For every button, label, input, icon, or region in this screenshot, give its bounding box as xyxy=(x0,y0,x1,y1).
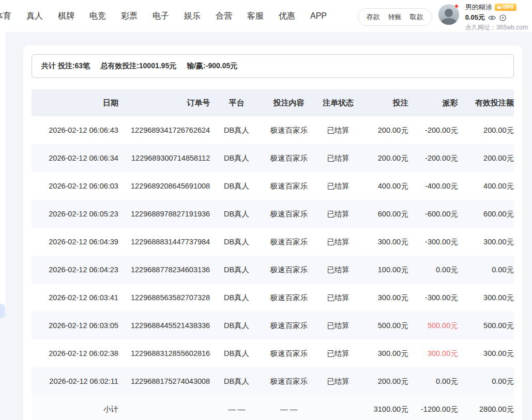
table-row[interactable]: 2026-02-12 06:03:05 1229688445521438336 … xyxy=(32,312,514,339)
table-row[interactable]: 2026-02-12 06:05:23 1229688978827191936 … xyxy=(32,200,514,228)
header-date: 日期 xyxy=(32,98,118,108)
nav-item-6[interactable]: 娱乐 xyxy=(183,9,202,24)
cell-date: 2026-02-12 06:02:38 xyxy=(32,349,118,357)
cell-bet: 400.00元 xyxy=(361,181,408,191)
withdraw-button[interactable]: 取款 xyxy=(410,12,423,22)
summary-total-bets: 共计 投注:63笔 xyxy=(41,61,90,71)
nav-item-0[interactable]: 体育 xyxy=(0,9,12,24)
cell-platform: DB真人 xyxy=(210,265,263,275)
table-row[interactable]: 2026-02-12 06:06:43 1229689341726762624 … xyxy=(32,116,514,144)
nav-item-1[interactable]: 真人 xyxy=(25,9,44,24)
top-header: 体育真人棋牌电竞彩票电子娱乐合营客服优惠APP 存款 转账 取款 男的糊涂 xyxy=(0,0,532,32)
header-order: 订单号 xyxy=(118,98,210,108)
cell-content: 极速百家乐 xyxy=(263,237,315,247)
permanent-url[interactable]: 永久网址：365wb.com xyxy=(465,23,528,32)
cell-platform: DB真人 xyxy=(210,321,263,331)
cell-platform: DB真人 xyxy=(210,153,263,163)
cell-valid: 200.00元 xyxy=(458,153,514,163)
transfer-button[interactable]: 转账 xyxy=(388,12,402,22)
side-flyout-tab[interactable] xyxy=(0,304,5,318)
cell-status: 已结算 xyxy=(315,126,362,135)
header-status: 注单状态 xyxy=(315,98,362,108)
cell-content: 极速百家乐 xyxy=(263,349,315,359)
cell-payout: 500.00元 xyxy=(408,321,458,331)
table-header-row: 日期 订单号 平台 投注内容 注单状态 投注 派彩 有效投注额 xyxy=(32,89,514,116)
nav-item-2[interactable]: 棋牌 xyxy=(57,9,75,24)
avatar[interactable] xyxy=(438,4,459,25)
header-valid: 有效投注额 xyxy=(458,98,514,108)
cell-date: 2026-02-12 06:04:39 xyxy=(32,238,118,246)
cell-status: 已结算 xyxy=(315,181,362,191)
person-silhouette-icon xyxy=(438,6,459,25)
deposit-button[interactable]: 存款 xyxy=(367,12,380,22)
cell-bet: 500.00元 xyxy=(361,321,408,331)
cell-date: 2026-02-12 06:02:11 xyxy=(32,377,118,385)
summary-bar: 共计 投注:63笔 总有效投注:10001.95元 输/赢:-900.05元 xyxy=(32,54,514,78)
subtotal-content: — — xyxy=(263,405,315,413)
cell-content: 极速百家乐 xyxy=(263,265,315,275)
cell-platform: DB真人 xyxy=(210,377,263,386)
cell-payout: -200.00元 xyxy=(408,153,458,163)
refresh-icon[interactable] xyxy=(499,14,507,22)
table-row[interactable]: 2026-02-12 06:03:41 1229688563582707328 … xyxy=(32,284,514,312)
cell-content: 极速百家乐 xyxy=(263,181,315,191)
nav-item-5[interactable]: 电子 xyxy=(151,9,170,24)
nav-item-8[interactable]: 客服 xyxy=(246,9,265,24)
cell-order: 1229689300714858112 xyxy=(118,154,210,162)
nav-item-7[interactable]: 合营 xyxy=(215,9,233,24)
summary-winloss: 输/赢:-900.05元 xyxy=(187,61,237,71)
cell-order: 1229689208645691008 xyxy=(118,182,210,190)
cell-bet: 200.00元 xyxy=(361,126,408,135)
subtotal-label: 小计 xyxy=(32,405,118,414)
bet-records-table: 日期 订单号 平台 投注内容 注单状态 投注 派彩 有效投注额 2026-02-… xyxy=(32,89,514,420)
cell-platform: DB真人 xyxy=(210,181,263,191)
cell-payout: 0.00元 xyxy=(408,377,458,386)
cell-bet: 600.00元 xyxy=(361,209,408,219)
cell-content: 极速百家乐 xyxy=(263,377,315,386)
table-row[interactable]: 2026-02-12 06:06:03 1229689208645691008 … xyxy=(32,172,514,200)
cell-status: 已结算 xyxy=(315,377,362,386)
nav-item-9[interactable]: 优惠 xyxy=(278,9,296,24)
header-content: 投注内容 xyxy=(263,98,315,108)
subtotal-payout: -1200.00元 xyxy=(408,405,458,414)
cell-valid: 500.00元 xyxy=(458,321,514,331)
cell-status: 已结算 xyxy=(315,265,362,275)
nav-item-3[interactable]: 电竞 xyxy=(88,9,107,24)
cell-bet: 100.00元 xyxy=(361,265,408,275)
cell-order: 1229689341726762624 xyxy=(118,126,210,134)
cell-date: 2026-02-12 06:04:23 xyxy=(32,266,118,274)
cell-content: 极速百家乐 xyxy=(263,153,315,163)
subtotal-valid: 2800.00元 xyxy=(458,405,514,414)
table-row[interactable]: 2026-02-12 06:02:11 1229688175274043008 … xyxy=(32,367,514,395)
table-row[interactable]: 2026-02-12 06:06:34 1229689300714858112 … xyxy=(32,144,514,172)
cell-content: 极速百家乐 xyxy=(263,126,315,135)
cell-date: 2026-02-12 06:03:05 xyxy=(32,321,118,330)
cell-valid: 300.00元 xyxy=(458,349,514,359)
cell-valid: 400.00元 xyxy=(458,181,514,191)
cell-order: 1229688175274043008 xyxy=(118,377,210,385)
cell-content: 极速百家乐 xyxy=(263,209,315,219)
table-row[interactable]: 2026-02-12 06:02:38 1229688312855602816 … xyxy=(32,339,514,367)
cell-bet: 200.00元 xyxy=(361,377,408,386)
cell-bet: 300.00元 xyxy=(361,237,408,247)
cell-order: 1229688563582707328 xyxy=(118,293,210,302)
cell-platform: DB真人 xyxy=(210,293,263,303)
cell-status: 已结算 xyxy=(315,153,362,163)
table-row[interactable]: 2026-02-12 06:04:39 1229688831447737984 … xyxy=(32,228,514,256)
cell-order: 1229688978827191936 xyxy=(118,210,210,218)
eye-icon[interactable] xyxy=(488,14,496,22)
account-info: 男的糊涂 VIP0 0.05元 xyxy=(465,3,528,32)
cell-payout: -200.00元 xyxy=(408,126,458,135)
cell-date: 2026-02-12 06:06:34 xyxy=(32,154,118,162)
balance: 0.05元 xyxy=(465,13,485,22)
cell-payout: 300.00元 xyxy=(408,349,458,359)
cell-date: 2026-02-12 06:06:03 xyxy=(32,182,118,190)
left-sidebar-edge xyxy=(0,32,6,312)
nav-item-10[interactable]: APP xyxy=(309,9,328,23)
nav-item-4[interactable]: 彩票 xyxy=(120,9,139,24)
cell-status: 已结算 xyxy=(315,293,362,303)
cell-bet: 300.00元 xyxy=(361,349,408,359)
account-area: 存款 转账 取款 男的糊涂 VIP0 xyxy=(358,3,528,32)
cell-order: 1229688831447737984 xyxy=(118,238,210,246)
table-row[interactable]: 2026-02-12 06:04:23 1229688778234603136 … xyxy=(32,256,514,284)
